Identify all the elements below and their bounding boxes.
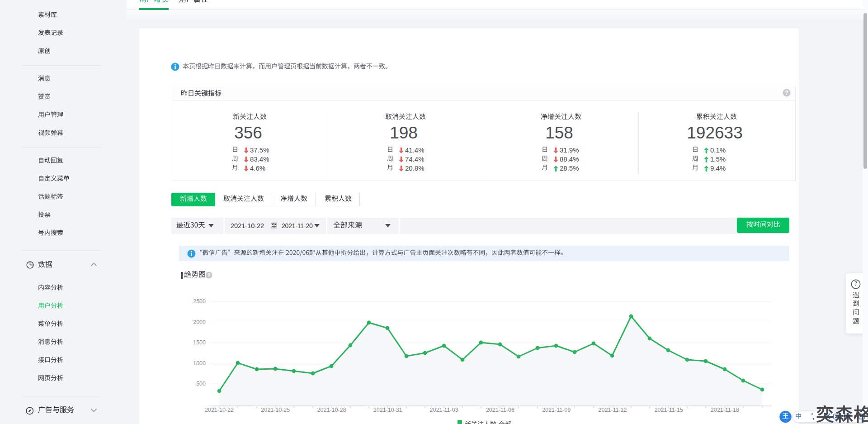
svg-text:?: ? [208,272,211,278]
svg-text:?: ? [785,90,788,96]
